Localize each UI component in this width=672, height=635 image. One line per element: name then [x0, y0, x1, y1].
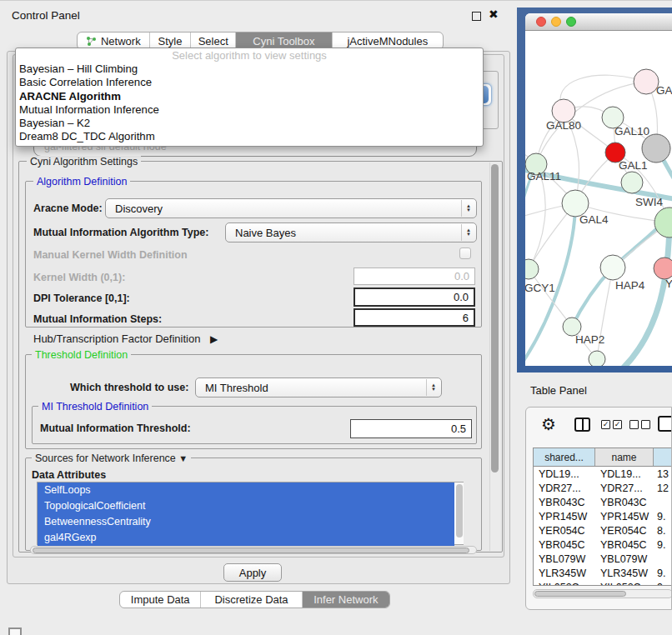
floating-palette-fragment[interactable]	[8, 628, 22, 635]
table-cell: YER054C	[595, 525, 654, 537]
collapse-arrow-icon[interactable]: ▼	[178, 453, 188, 463]
network-node-gcy1[interactable]	[525, 259, 539, 279]
data-attribute-item[interactable]: SelfLoops	[38, 482, 454, 498]
network-node-label: GAL80	[546, 119, 581, 132]
algorithm-option[interactable]: Bayesian – Hill Climbing	[16, 62, 483, 76]
threshold-definition-legend: Threshold Definition	[32, 349, 131, 361]
table-cell: YBR043C	[595, 497, 654, 508]
data-attributes-label: Data Attributes	[32, 469, 106, 481]
sources-legend-text: Sources for Network Inference	[35, 452, 176, 464]
close-light-icon[interactable]	[536, 17, 546, 27]
table-cell: 8.	[654, 525, 672, 537]
network-node-gal[interactable]	[634, 69, 659, 94]
table-row[interactable]: YLR345WYLR345W9.	[534, 566, 672, 580]
mi-algorithm-type-value: Naive Bayes	[235, 227, 296, 239]
tab-label: Network	[101, 35, 141, 48]
unchecked-boxes-icon[interactable]	[629, 420, 650, 429]
sources-hscrollbar-thumb[interactable]	[33, 548, 469, 553]
tab-discretize-data[interactable]: Discretize Data	[200, 592, 301, 608]
network-window-titlebar[interactable]	[525, 13, 672, 31]
algorithm-option[interactable]: Bayesian – K2	[16, 117, 483, 130]
combo-spinner-icon[interactable]: ▲▼	[426, 379, 440, 396]
table-row[interactable]: YER054CYER054C8.	[534, 523, 672, 538]
network-node-label: HAP4	[615, 279, 645, 292]
mi-threshold-legend: MI Threshold Definition	[38, 401, 152, 412]
table-row[interactable]: YPR145WYPR145W9.	[534, 509, 672, 523]
tab-cyni-toolbox[interactable]: Cyni Toolbox	[235, 32, 331, 49]
float-window-icon[interactable]	[472, 12, 481, 21]
mi-threshold-field[interactable]: 0.5	[350, 419, 472, 438]
data-attribute-item[interactable]: gal4RGexp	[38, 530, 454, 546]
gear-icon[interactable]: ⚙	[541, 414, 556, 434]
tab-jactivemnodules[interactable]: jActiveMNodules	[332, 32, 443, 49]
dpi-tolerance-label: DPI Tolerance [0,1]:	[33, 292, 130, 304]
table-column-header[interactable]: shared...	[534, 448, 595, 466]
tab-impute-data[interactable]: Impute Data	[120, 592, 200, 608]
mi-algorithm-type-label: Mutual Information Algorithm Type:	[33, 227, 208, 238]
unchecked-box-icon[interactable]	[629, 420, 639, 429]
minimize-light-icon[interactable]	[551, 17, 561, 27]
algorithm-option[interactable]: Dream8 DC_TDC Algorithm	[16, 130, 483, 143]
network-node-hap4[interactable]	[600, 255, 625, 280]
network-edge[interactable]	[529, 269, 572, 327]
network-canvas[interactable]: GALGAL80GAL10GAL11GAL1SWI4GAL4GCY1HAP4YH…	[525, 31, 672, 366]
close-icon[interactable]: ✖	[489, 8, 499, 21]
tab-style[interactable]: Style	[149, 32, 191, 49]
manual-kernel-width-checkbox[interactable]	[459, 248, 471, 259]
tab-infer-network[interactable]: Infer Network	[302, 592, 389, 608]
table-hscrollbar-thumb[interactable]	[534, 591, 626, 597]
dpi-tolerance-field[interactable]: 0.0	[354, 288, 475, 307]
zoom-light-icon[interactable]	[566, 17, 576, 27]
apply-button[interactable]: Apply	[223, 563, 282, 582]
attr-list-scrollbar-thumb[interactable]	[456, 484, 463, 538]
table-row[interactable]: YBR045CYBR045C9.	[534, 538, 672, 552]
table-row[interactable]: YBL079WYBL079W	[534, 552, 672, 566]
network-node-gal1[interactable]	[621, 172, 643, 193]
network-edge[interactable]	[624, 222, 669, 366]
network-node-label: SWI4	[635, 196, 663, 208]
tab-label: jActiveMNodules	[347, 35, 428, 48]
table-row[interactable]: YIL052CYIL052C9.	[534, 580, 672, 586]
table-panel-title: Table Panel	[530, 384, 587, 397]
checked-box-icon[interactable]: ✓	[613, 420, 622, 429]
table-row[interactable]: YDR27...YDR27...12	[534, 481, 672, 495]
cyni-settings-legend: Cyni Algorithm Settings	[27, 156, 141, 168]
network-node-y[interactable]	[654, 258, 672, 279]
network-node[interactable]	[642, 134, 670, 162]
hub-definition-expander[interactable]: Hub/Transcription Factor Definition ▶	[33, 332, 218, 345]
table-cell: YBR045C	[595, 539, 654, 551]
mi-steps-field[interactable]: 6	[354, 308, 475, 327]
network-node[interactable]	[589, 351, 605, 366]
table-cell: YLR345W	[534, 568, 595, 579]
data-attribute-item[interactable]: TopologicalCoefficient	[38, 498, 454, 514]
settings-scrollbar-thumb[interactable]	[491, 164, 499, 472]
table-row[interactable]: YDL19...YDL19...13	[534, 467, 672, 481]
table-column-header[interactable]: name	[595, 448, 654, 466]
table-row[interactable]: YBR043CYBR043C	[534, 495, 672, 509]
checked-box-icon[interactable]: ✓	[601, 420, 610, 429]
network-node-label: GAL1	[619, 159, 648, 172]
which-threshold-combo[interactable]: MI Threshold ▲▼	[195, 378, 442, 398]
algorithm-option[interactable]: Basic Correlation Inference	[16, 76, 483, 89]
data-attribute-item[interactable]: BetweennessCentrality	[38, 514, 454, 530]
kernel-width-field[interactable]: 0.0	[354, 268, 475, 285]
combo-spinner-icon[interactable]: ▲▼	[461, 200, 475, 217]
combo-spinner-icon[interactable]: ▲▼	[461, 224, 475, 241]
expander-arrow-icon[interactable]: ▶	[210, 333, 218, 345]
which-threshold-value: MI Threshold	[205, 382, 268, 394]
table-hscrollbar-track[interactable]	[533, 589, 672, 598]
algorithm-option[interactable]: Mutual Information Inference	[16, 103, 483, 117]
unchecked-box-icon[interactable]	[641, 420, 650, 429]
table-column-header[interactable]	[654, 448, 672, 466]
aracne-mode-combo[interactable]: Discovery ▲▼	[105, 198, 477, 218]
tab-select[interactable]: Select	[190, 32, 235, 49]
document-icon[interactable]	[658, 416, 672, 432]
checked-boxes-icon[interactable]: ✓ ✓	[601, 420, 622, 429]
mi-algorithm-type-combo[interactable]: Naive Bayes ▲▼	[225, 222, 477, 242]
split-columns-icon[interactable]	[574, 418, 590, 432]
table-cell: 9.	[654, 568, 672, 579]
sources-hscrollbar-track[interactable]	[30, 546, 477, 554]
network-node-swi4[interactable]	[654, 208, 672, 238]
algorithm-option[interactable]: ARACNE Algorithm	[16, 90, 483, 103]
tab-network[interactable]: Network	[78, 32, 149, 49]
